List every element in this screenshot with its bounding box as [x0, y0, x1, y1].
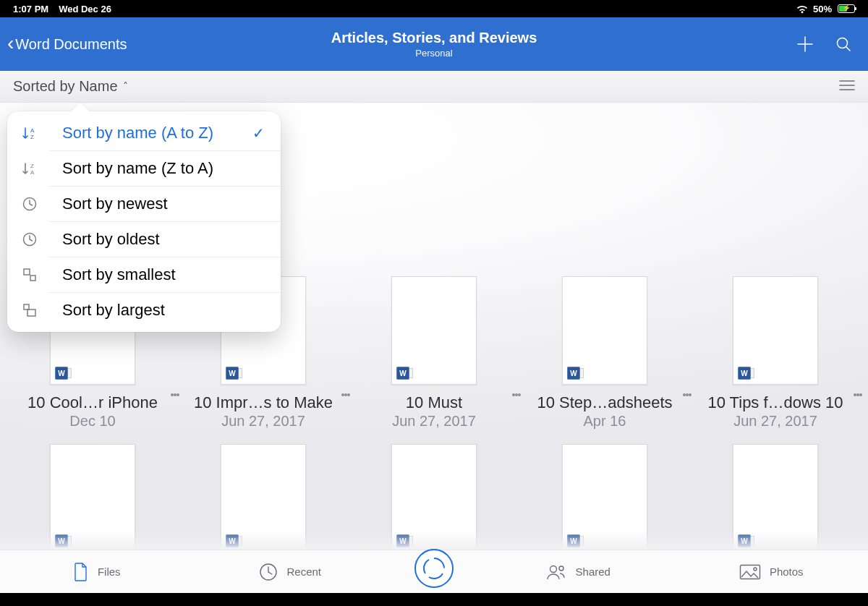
sort-menu-popover: AZ Sort by name (A to Z) ✓ ZA Sort by na…	[7, 111, 281, 332]
sort-za-icon: ZA	[20, 161, 39, 176]
tab-lens[interactable]	[387, 550, 481, 593]
word-file-icon: W	[738, 367, 751, 380]
search-button[interactable]	[835, 35, 852, 53]
document-thumbnail: W	[391, 276, 477, 385]
battery-percent: 50%	[813, 4, 832, 14]
document-thumbnail[interactable]: W	[50, 444, 135, 550]
tab-photos[interactable]: Photos	[675, 550, 869, 593]
svg-point-15	[754, 568, 757, 571]
menu-item-label: Sort by oldest	[62, 230, 160, 249]
svg-text:Z: Z	[30, 163, 34, 169]
view-toggle-button[interactable]	[839, 78, 855, 95]
bottom-tab-bar: Files Recent Shared Photos	[0, 550, 868, 593]
sort-option-oldest[interactable]: Sort by oldest	[49, 222, 281, 257]
clock-icon	[259, 563, 278, 581]
svg-rect-8	[30, 276, 35, 281]
word-file-icon: W	[396, 534, 409, 547]
file-more-button[interactable]	[683, 392, 692, 398]
chevron-up-icon: ˄	[123, 80, 128, 92]
ipad-status-bar: 1:07 PM Wed Dec 26 50% ⚡	[0, 0, 868, 17]
people-icon	[545, 563, 567, 581]
svg-text:A: A	[30, 169, 35, 176]
photo-icon	[739, 564, 761, 580]
word-file-icon: W	[55, 367, 68, 380]
file-date: Apr 16	[584, 413, 626, 430]
svg-rect-7	[24, 269, 30, 275]
size-large-icon	[20, 302, 39, 318]
word-file-icon: W	[567, 367, 580, 380]
back-label: Word Documents	[15, 36, 127, 53]
nav-header: ‹ Word Documents Articles, Stories, and …	[0, 17, 868, 71]
word-file-icon: W	[55, 534, 68, 547]
word-file-icon: W	[567, 534, 580, 547]
status-time: 1:07 PM	[13, 4, 48, 14]
word-file-icon: W	[396, 367, 409, 380]
size-small-icon	[20, 267, 39, 283]
clock-icon	[20, 231, 39, 247]
file-title: 10 Tips f…dows 10	[707, 393, 843, 412]
file-date: Dec 10	[69, 413, 115, 430]
file-item[interactable]: W 10 Must Jun 27, 2017	[363, 276, 505, 430]
tab-files[interactable]: Files	[0, 550, 194, 593]
office-lens-icon	[414, 549, 454, 588]
file-title: 10 Step…adsheets	[537, 393, 672, 412]
tab-recent[interactable]: Recent	[194, 550, 388, 593]
svg-text:A: A	[30, 127, 35, 134]
chevron-left-icon: ‹	[7, 33, 14, 54]
tab-label: Files	[98, 566, 121, 578]
document-thumbnail[interactable]: W	[733, 444, 818, 550]
document-icon	[73, 563, 89, 581]
svg-rect-10	[27, 310, 35, 316]
file-more-button[interactable]	[171, 392, 179, 398]
back-button[interactable]: ‹ Word Documents	[7, 35, 127, 54]
sort-option-largest[interactable]: Sort by largest	[49, 293, 281, 328]
document-thumbnail[interactable]: W	[221, 444, 306, 550]
sort-option-name-desc[interactable]: ZA Sort by name (Z to A)	[49, 151, 281, 187]
file-more-button[interactable]	[854, 392, 862, 398]
tab-label: Recent	[286, 566, 321, 578]
word-file-icon: W	[738, 534, 751, 547]
file-item[interactable]: W 10 Step…adsheets Apr 16	[534, 276, 676, 430]
word-file-icon: W	[226, 534, 239, 547]
menu-item-label: Sort by largest	[62, 301, 165, 320]
tab-label: Photos	[770, 566, 804, 578]
document-thumbnail: W	[733, 276, 818, 385]
file-item[interactable]: W 10 Tips f…dows 10 Jun 27, 2017	[705, 276, 846, 430]
file-title: 10 Impr…s to Make	[194, 393, 333, 412]
svg-point-13	[559, 566, 563, 571]
sort-option-smallest[interactable]: Sort by smallest	[49, 257, 281, 293]
document-thumbnail: W	[562, 276, 647, 385]
svg-text:Z: Z	[30, 134, 34, 140]
file-grid-row-2: W W W W W	[0, 430, 868, 550]
sort-bar: Sorted by Name ˄	[0, 71, 868, 103]
file-more-button[interactable]	[512, 392, 521, 398]
sort-button[interactable]: Sorted by Name ˄	[13, 78, 128, 95]
document-thumbnail[interactable]: W	[391, 444, 477, 550]
word-file-icon: W	[226, 367, 239, 380]
page-subtitle: Personal	[331, 48, 537, 59]
file-date: Jun 27, 2017	[733, 413, 817, 430]
file-date: Jun 27, 2017	[392, 413, 476, 430]
file-date: Jun 27, 2017	[221, 413, 305, 430]
wifi-icon	[796, 4, 809, 14]
svg-rect-9	[24, 304, 29, 310]
home-indicator[interactable]	[376, 599, 492, 603]
sort-az-icon: AZ	[20, 125, 39, 141]
status-date: Wed Dec 26	[59, 4, 111, 14]
sort-option-name-asc[interactable]: AZ Sort by name (A to Z) ✓	[49, 116, 281, 151]
menu-item-label: Sort by newest	[62, 195, 168, 213]
file-title: 10 Must	[406, 393, 462, 412]
file-more-button[interactable]	[341, 392, 350, 398]
tab-shared[interactable]: Shared	[481, 550, 675, 593]
sort-option-newest[interactable]: Sort by newest	[49, 187, 281, 222]
menu-item-label: Sort by smallest	[62, 265, 176, 284]
checkmark-icon: ✓	[252, 124, 268, 142]
add-button[interactable]	[796, 35, 814, 54]
document-thumbnail[interactable]: W	[562, 444, 647, 550]
tab-label: Shared	[576, 566, 610, 578]
clock-icon	[20, 196, 39, 212]
page-title: Articles, Stories, and Reviews	[331, 30, 537, 46]
svg-point-12	[550, 566, 556, 572]
battery-icon: ⚡	[836, 4, 855, 13]
menu-item-label: Sort by name (Z to A)	[62, 159, 213, 178]
